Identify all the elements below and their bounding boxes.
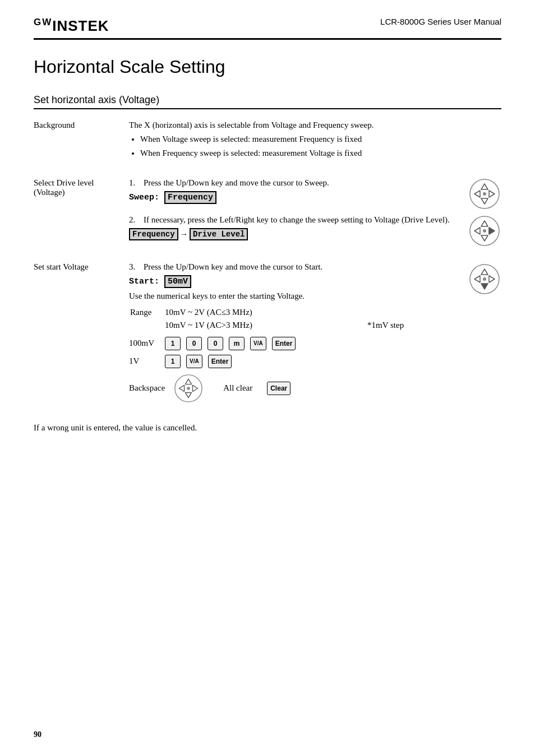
footer-text: If a wrong unit is entered, the value is…: [34, 423, 501, 433]
dpad-icon-3: [469, 263, 500, 295]
key-m[interactable]: m: [229, 337, 245, 350]
page: GWINSTEK LCR-8000G Series User Manual Ho…: [0, 0, 535, 756]
content-table: Background The X (horizontal) axis is se…: [34, 120, 501, 414]
logo-instek: INSTEK: [52, 17, 109, 34]
step3-subtext: Use the numerical keys to enter the star…: [129, 291, 462, 301]
header: GWINSTEK LCR-8000G Series User Manual: [34, 17, 501, 35]
key-1a[interactable]: 1: [165, 337, 181, 350]
logo-gw: GW: [34, 17, 52, 27]
page-number: 90: [34, 730, 41, 739]
page-title: Horizontal Scale Setting: [34, 57, 501, 77]
step1-step-content: 1. Press the Up/Down key and move the cu…: [129, 178, 462, 207]
range-row-1: Range 10mV ~ 2V (AC≤3 MHz): [130, 307, 461, 318]
ex-100mv-label: 100mV: [129, 338, 160, 348]
step3-step-row: 3. Press the Up/Down key and move the cu…: [129, 262, 501, 409]
dpad-icon-1: [469, 178, 500, 210]
step1-row: Select Drive level (Voltage) 1. Press th…: [34, 178, 501, 215]
step3-content: 3. Press the Up/Down key and move the cu…: [129, 262, 501, 414]
key-0b[interactable]: 0: [207, 337, 223, 350]
step3-num-text: 3. Press the Up/Down key and move the cu…: [129, 262, 462, 272]
step3-row: Set start Voltage 3. Press the Up/Down k…: [34, 262, 501, 414]
background-content: The X (horizontal) axis is selectable fr…: [129, 120, 501, 168]
step2-step-content: 2. If necessary, press the Left/Right ke…: [129, 215, 462, 244]
ex-1v-label: 1V: [129, 356, 160, 366]
key-va-2[interactable]: V/A: [186, 355, 202, 368]
step2-num-text: 2. If necessary, press the Left/Right ke…: [129, 215, 462, 225]
step2-arrow: Frequency → Drive Level: [129, 228, 462, 240]
background-text: The X (horizontal) axis is selectable fr…: [129, 120, 501, 158]
key-enter-1[interactable]: Enter: [272, 337, 296, 350]
step2-dpad: [468, 215, 501, 247]
range-table: Range 10mV ~ 2V (AC≤3 MHz) 10mV ~ 1V (AC…: [129, 305, 462, 332]
background-row: Background The X (horizontal) axis is se…: [34, 120, 501, 168]
svg-point-5: [483, 192, 486, 196]
key-va-1[interactable]: V/A: [250, 337, 266, 350]
range-label: Range: [130, 307, 164, 318]
background-label: Background: [34, 120, 129, 168]
dpad-icon-2: [469, 215, 500, 247]
step1-content: 1. Press the Up/Down key and move the cu…: [129, 178, 501, 215]
step2-step-row: 2. If necessary, press the Left/Right ke…: [129, 215, 501, 247]
range-value-2: 10mV ~ 1V (AC>3 MHz): [165, 319, 361, 331]
svg-point-12: [483, 229, 486, 233]
step1-label: Select Drive level (Voltage): [34, 178, 129, 215]
section-heading: Set horizontal axis (Voltage): [34, 94, 501, 109]
key-1b[interactable]: 1: [165, 355, 181, 368]
svg-point-18: [187, 387, 190, 390]
key-0a[interactable]: 0: [186, 337, 202, 350]
step3-label: Set start Voltage: [34, 262, 129, 414]
dpad-icon-bs: [174, 374, 203, 403]
step3-step-content: 3. Press the Up/Down key and move the cu…: [129, 262, 462, 409]
step1-dpad: [468, 178, 501, 210]
step2-content: 2. If necessary, press the Left/Right ke…: [129, 215, 501, 252]
step3-dpad: [468, 262, 501, 295]
range-row-2: 10mV ~ 1V (AC>3 MHz) *1mV step: [130, 319, 461, 331]
bs-clear-row: Backspace All clear: [129, 374, 462, 403]
bullet-1: When Voltage sweep is selected: measurem…: [140, 134, 501, 144]
step1-step-row: 1. Press the Up/Down key and move the cu…: [129, 178, 501, 210]
step1-display: Sweep: Frequency: [129, 191, 462, 204]
header-rule: [34, 38, 501, 40]
svg-point-24: [483, 277, 486, 281]
range-value-1: 10mV ~ 2V (AC≤3 MHz): [165, 307, 361, 318]
key-enter-2[interactable]: Enter: [208, 355, 232, 368]
logo: GWINSTEK: [34, 17, 109, 35]
ex-1v-row: 1V 1 V/A Enter: [129, 355, 462, 368]
step2-row: 2. If necessary, press the Left/Right ke…: [34, 215, 501, 252]
bullet-2: When Frequency sweep is selected: measur…: [140, 149, 501, 158]
backspace-label: Backspace: [129, 383, 165, 393]
allclear-label: All clear: [223, 383, 252, 393]
step1-num-text: 1. Press the Up/Down key and move the cu…: [129, 178, 462, 188]
range-note: *1mV step: [362, 319, 461, 331]
step2-label: [34, 215, 129, 252]
background-bullets: When Voltage sweep is selected: measurem…: [129, 134, 501, 158]
step3-display: Start: 50mV: [129, 275, 462, 288]
clear-btn[interactable]: Clear: [267, 382, 290, 395]
ex-100mv-row: 100mV 1 0 0 m V/A Enter: [129, 337, 462, 350]
manual-title: LCR-8000G Series User Manual: [380, 17, 501, 26]
